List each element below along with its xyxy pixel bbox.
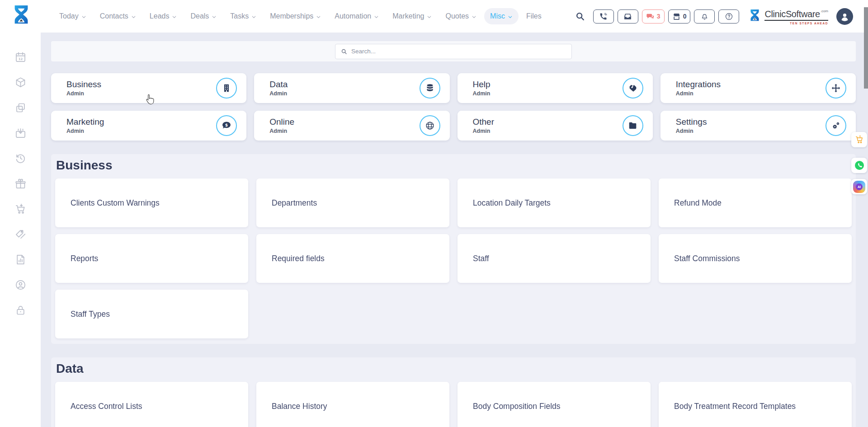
nav-item-marketing[interactable]: Marketing: [387, 8, 438, 24]
gift-icon[interactable]: [14, 178, 27, 190]
main-nav: Today Contacts Leads Deals Tasks Members…: [53, 0, 547, 33]
category-title: Marketing: [66, 117, 104, 127]
items-grid: Access Control ListsBalance HistoryBody …: [55, 382, 852, 427]
category-subtitle: Admin: [676, 90, 721, 97]
user-avatar[interactable]: [836, 8, 853, 25]
item-card-departments[interactable]: Departments: [256, 178, 449, 227]
chevron-down-icon: [508, 14, 513, 19]
item-card-body-composition-fields[interactable]: Body Composition Fields: [458, 382, 651, 427]
item-card-required-fields[interactable]: Required fields: [256, 234, 449, 283]
nav-item-deals[interactable]: Deals: [184, 8, 222, 24]
topbar-actions: 3 0 ClinicSoftware .com TEN STEPS AHEAD: [575, 0, 853, 33]
brand-underline: [764, 20, 828, 21]
lock-icon[interactable]: [14, 304, 27, 316]
chevron-down-icon: [81, 14, 86, 19]
search-placeholder: Search...: [351, 48, 376, 55]
help-button[interactable]: [718, 9, 739, 23]
move-arrows-icon: [831, 83, 841, 93]
floating-phone-widget[interactable]: [851, 158, 867, 173]
chat-bubbles-icon: [646, 12, 655, 21]
chevron-down-icon: [472, 14, 476, 19]
copy-icon[interactable]: [14, 102, 27, 114]
category-card-marketing[interactable]: Marketing Admin $: [51, 111, 246, 141]
app-logo-hourglass-icon[interactable]: [11, 3, 32, 29]
store-icon: [672, 12, 681, 21]
comment-dollar-icon: $: [222, 121, 231, 131]
chevron-down-icon: [212, 14, 217, 19]
nav-item-contacts[interactable]: Contacts: [94, 8, 142, 24]
tags-icon[interactable]: [14, 228, 27, 240]
chevron-down-icon: [251, 14, 256, 19]
badge-count: 3: [657, 13, 660, 20]
calendar-12-icon[interactable]: 12: [14, 51, 27, 63]
section-data: Data Access Control ListsBalance History…: [51, 357, 856, 427]
nav-item-misc[interactable]: Misc: [484, 8, 519, 24]
item-card-balance-history[interactable]: Balance History: [256, 382, 449, 427]
category-title: Help: [473, 80, 491, 89]
nav-item-automation[interactable]: Automation: [329, 8, 385, 24]
brand-logo[interactable]: ClinicSoftware .com TEN STEPS AHEAD: [748, 8, 828, 25]
package-icon[interactable]: [14, 76, 27, 89]
notifications-button[interactable]: [694, 9, 715, 23]
vertical-scrollbar-thumb[interactable]: [864, 7, 868, 89]
search-icon[interactable]: [575, 11, 585, 21]
cart-arrow-icon[interactable]: [14, 203, 27, 215]
category-title: Other: [473, 117, 495, 127]
category-card-online[interactable]: Online Admin: [254, 111, 449, 141]
category-subtitle: Admin: [473, 128, 495, 134]
whatsapp-phone-icon: [854, 160, 865, 171]
item-card-staff-commissions[interactable]: Staff Commissions: [659, 234, 852, 283]
bell-icon: [700, 12, 709, 21]
chat-button[interactable]: 3: [642, 9, 665, 23]
item-card-body-treatment-record-templates[interactable]: Body Treatment Record Templates: [659, 382, 852, 427]
category-grid: Business Admin Data Admin Help Admin Int…: [51, 73, 856, 141]
report-document-icon[interactable]: [14, 253, 27, 266]
cart-orange-icon: [854, 135, 864, 145]
question-circle-icon: [725, 12, 733, 21]
history-icon[interactable]: [14, 152, 27, 164]
item-card-clients-custom-warnings[interactable]: Clients Custom Warnings: [55, 178, 248, 227]
brand-suffix: .com: [821, 9, 828, 13]
chevron-down-icon: [172, 14, 177, 19]
chevron-down-icon: [131, 14, 136, 19]
item-card-staff-types[interactable]: Staff Types: [55, 290, 248, 338]
nav-item-tasks[interactable]: Tasks: [224, 8, 262, 24]
inbox-icon: [623, 12, 632, 21]
category-card-integrations[interactable]: Integrations Admin: [660, 73, 856, 103]
phone-button[interactable]: [593, 9, 614, 23]
item-card-staff[interactable]: Staff: [458, 234, 651, 283]
nav-item-today[interactable]: Today: [53, 8, 92, 24]
category-card-data[interactable]: Data Admin: [254, 73, 449, 103]
svg-text:$: $: [225, 122, 228, 127]
nav-item-memberships[interactable]: Memberships: [264, 8, 327, 24]
inbox-button[interactable]: [618, 9, 638, 23]
nav-item-leads[interactable]: Leads: [144, 8, 183, 24]
nav-item-files[interactable]: Files: [520, 8, 547, 24]
category-card-help[interactable]: Help Admin: [458, 73, 653, 103]
chevron-down-icon: [427, 14, 432, 19]
category-subtitle: Admin: [269, 128, 294, 134]
section-title: Business: [56, 159, 852, 172]
user-circle-icon[interactable]: [14, 279, 27, 291]
category-card-other[interactable]: Other Admin: [458, 111, 653, 141]
category-card-business[interactable]: Business Admin: [51, 73, 246, 103]
floating-cart-widget[interactable]: [851, 132, 867, 147]
category-title: Online: [269, 117, 294, 127]
nav-item-quotes[interactable]: Quotes: [439, 8, 482, 24]
category-subtitle: Admin: [473, 90, 491, 97]
chevron-down-icon: [374, 14, 379, 19]
item-card-access-control-lists[interactable]: Access Control Lists: [55, 382, 248, 427]
badge-count: 0: [683, 13, 687, 20]
item-card-location-daily-targets[interactable]: Location Daily Targets: [458, 178, 651, 227]
brand-hourglass-icon: [748, 8, 761, 25]
category-title: Data: [269, 80, 288, 89]
store-button[interactable]: 0: [668, 9, 691, 23]
search-input[interactable]: Search...: [335, 44, 572, 59]
item-card-refund-mode[interactable]: Refund Mode: [659, 178, 852, 227]
folder-icon: [628, 121, 638, 131]
category-card-settings[interactable]: Settings Admin: [660, 111, 856, 141]
floating-ai-widget[interactable]: AI: [851, 179, 867, 194]
item-card-reports[interactable]: Reports: [55, 234, 248, 283]
left-sidebar: 12: [0, 33, 41, 427]
calendar-checkin-icon[interactable]: [14, 127, 27, 139]
